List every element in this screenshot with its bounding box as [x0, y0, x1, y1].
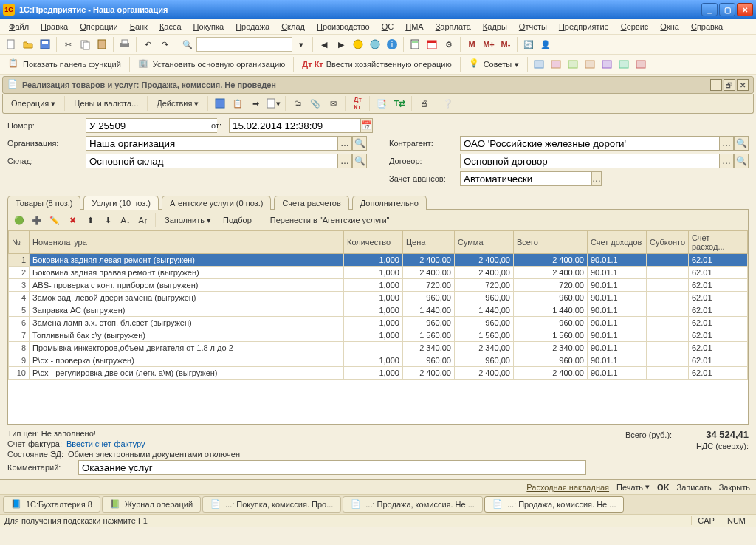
- open-button[interactable]: 🔍: [352, 136, 367, 151]
- cell[interactable]: 90.01.1: [587, 304, 646, 317]
- cell[interactable]: 90.01.1: [587, 354, 646, 367]
- cell[interactable]: 960,00: [454, 317, 513, 329]
- cell[interactable]: [646, 317, 688, 329]
- minimize-button[interactable]: _: [701, 3, 718, 16]
- menu-окна[interactable]: Окна: [656, 21, 684, 32]
- quick6-icon[interactable]: [616, 56, 632, 72]
- quick3-icon[interactable]: [565, 56, 581, 72]
- col-1[interactable]: Номенклатура: [30, 231, 344, 254]
- date-input[interactable]: [229, 118, 360, 133]
- print-icon[interactable]: [117, 36, 133, 52]
- cell[interactable]: 2 340,00: [513, 342, 587, 354]
- rashod-link[interactable]: Расходная накладная: [526, 483, 609, 492]
- table-row[interactable]: 7Топливный бак с\у (выгружен)1,0001 560,…: [9, 329, 748, 342]
- menu-операции[interactable]: Операции: [75, 21, 122, 32]
- cell[interactable]: 1: [9, 254, 30, 267]
- menu-предприятие[interactable]: Предприятие: [554, 21, 614, 32]
- cell[interactable]: 2 340,00: [402, 342, 454, 354]
- warehouse-input[interactable]: [86, 154, 337, 168]
- doc-ok-icon[interactable]: 📋: [230, 95, 246, 112]
- doc-transfer-icon[interactable]: T⇄: [391, 95, 408, 112]
- m-icon[interactable]: M: [464, 36, 480, 52]
- actions-button[interactable]: Действия ▾: [151, 97, 204, 111]
- col-3[interactable]: Цена: [402, 231, 454, 254]
- counterparty-input[interactable]: [460, 136, 719, 151]
- cell[interactable]: 90.01.1: [587, 254, 646, 267]
- doc-email-icon[interactable]: ✉: [325, 95, 341, 112]
- window-tab-3[interactable]: 📄...: Продажа, комиссия. Не ...: [343, 496, 483, 513]
- cell[interactable]: 720,00: [454, 279, 513, 292]
- cell[interactable]: 62.01: [689, 342, 748, 354]
- table-row[interactable]: 1Боковина задняя левая ремонт (выгружен)…: [9, 254, 748, 267]
- m-plus-icon[interactable]: M+: [481, 36, 497, 52]
- contract-input[interactable]: [460, 154, 719, 168]
- close-doc-button[interactable]: Закрыть: [719, 483, 750, 492]
- cell[interactable]: 62.01: [689, 279, 748, 292]
- help-icon[interactable]: i: [384, 36, 400, 52]
- open-button[interactable]: 🔍: [734, 154, 749, 168]
- cell[interactable]: [343, 342, 402, 354]
- table-row[interactable]: 9Р\сх - проверка (выгружен)1,000960,0096…: [9, 354, 748, 367]
- tips-button[interactable]: 💡Советы ▾: [464, 56, 524, 72]
- edit-row-icon[interactable]: ✏️: [47, 212, 63, 228]
- cell[interactable]: [646, 279, 688, 292]
- cell[interactable]: 2 400,00: [402, 367, 454, 380]
- window-tab-0[interactable]: 📘1С:Бухгалтерия 8: [3, 496, 100, 513]
- table-row[interactable]: 10Р\сх - регулировка две оси (легк. а\м)…: [9, 367, 748, 380]
- undo-icon[interactable]: ↶: [140, 36, 156, 52]
- open-icon[interactable]: [20, 36, 36, 52]
- select-button[interactable]: Подбор: [218, 213, 257, 227]
- fill-button[interactable]: Заполнить ▾: [159, 213, 216, 227]
- save-icon[interactable]: [37, 36, 53, 52]
- ok-button[interactable]: OK: [657, 483, 670, 492]
- close-button[interactable]: ✕: [737, 3, 753, 16]
- cut-icon[interactable]: ✂: [60, 36, 76, 52]
- cell[interactable]: 90.01.1: [587, 367, 646, 380]
- cell[interactable]: 2 400,00: [454, 254, 513, 267]
- col-5[interactable]: Всего: [513, 231, 587, 254]
- cell[interactable]: 90.01.1: [587, 317, 646, 329]
- window-tab-2[interactable]: 📄...: Покупка, комиссия. Про...: [202, 496, 341, 513]
- cell[interactable]: Топливный бак с\у (выгружен): [30, 329, 344, 342]
- doc-based-icon[interactable]: ▾: [265, 95, 281, 112]
- cell[interactable]: Р\сх - регулировка две оси (легк. а\м) (…: [30, 367, 344, 380]
- cell[interactable]: 1,000: [343, 329, 402, 342]
- cell[interactable]: 2 400,00: [513, 267, 587, 279]
- cell[interactable]: 10: [9, 367, 30, 380]
- menu-отчеты[interactable]: Отчеты: [515, 21, 551, 32]
- users-icon[interactable]: 👤: [537, 36, 554, 52]
- cell[interactable]: 90.01.1: [587, 279, 646, 292]
- search-input[interactable]: [196, 37, 292, 52]
- quick7-icon[interactable]: [633, 56, 649, 72]
- cell[interactable]: 6: [9, 317, 30, 329]
- menu-склад[interactable]: Склад: [277, 21, 309, 32]
- quick2-icon[interactable]: [548, 56, 564, 72]
- prices-button[interactable]: Цены и валюта...: [69, 97, 143, 110]
- menu-сервис[interactable]: Сервис: [616, 21, 653, 32]
- tab-3[interactable]: Счета расчетов: [274, 196, 348, 210]
- quick1-icon[interactable]: [531, 56, 547, 72]
- paste-icon[interactable]: [94, 36, 110, 52]
- menu-покупка[interactable]: Покупка: [189, 21, 229, 32]
- cell[interactable]: 1 560,00: [513, 329, 587, 342]
- delete-row-icon[interactable]: ✖: [64, 212, 80, 228]
- window-tab-1[interactable]: 📗Журнал операций: [102, 496, 201, 513]
- tab-1[interactable]: Услуги (10 поз.): [83, 196, 159, 210]
- cell[interactable]: 1 560,00: [454, 329, 513, 342]
- menu-банк[interactable]: Банк: [126, 21, 152, 32]
- cell[interactable]: 960,00: [454, 354, 513, 367]
- transfer-button[interactable]: Перенести в "Агентские услуги": [265, 213, 395, 227]
- cell[interactable]: 3: [9, 279, 30, 292]
- cell[interactable]: [646, 367, 688, 380]
- cell[interactable]: 62.01: [689, 304, 748, 317]
- cell[interactable]: 960,00: [402, 292, 454, 304]
- select-button[interactable]: …: [719, 136, 734, 151]
- tab-4[interactable]: Дополнительно: [352, 196, 427, 210]
- cell[interactable]: Замок зад. левой двери замена (выгружен): [30, 292, 344, 304]
- sort-asc-icon[interactable]: A↓: [117, 212, 134, 228]
- cell[interactable]: 2 400,00: [454, 267, 513, 279]
- refresh-icon[interactable]: 🔄: [520, 36, 537, 52]
- number-input[interactable]: [86, 118, 217, 133]
- open-button[interactable]: 🔍: [734, 136, 749, 151]
- doc-files-icon[interactable]: 📎: [307, 95, 323, 112]
